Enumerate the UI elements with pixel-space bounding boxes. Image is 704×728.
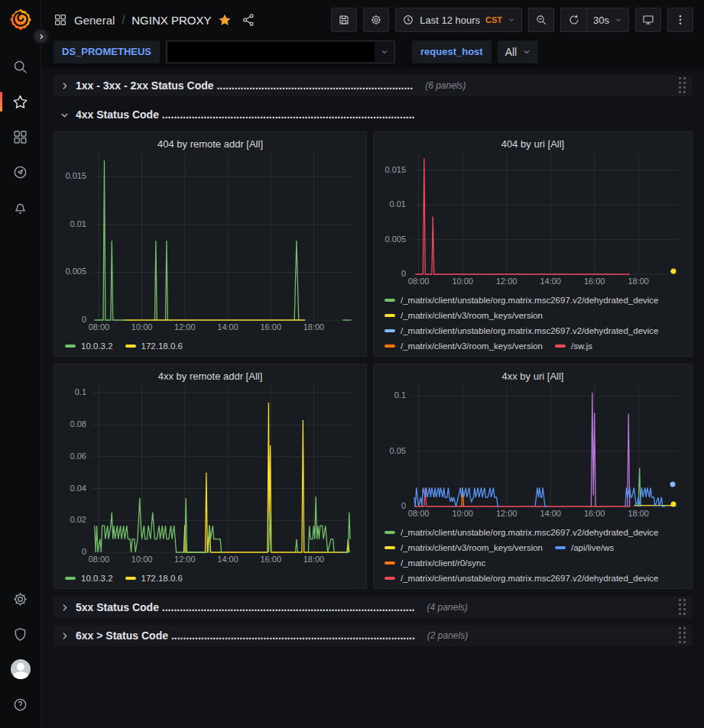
chevron-down-icon — [508, 16, 515, 24]
breadcrumb-dashboard-title[interactable]: NGINX PROXY — [131, 14, 211, 27]
sidebar-item-starred[interactable] — [0, 84, 41, 119]
legend-label: /sw.js — [571, 341, 592, 351]
x-tick-label: 12:00 — [174, 555, 196, 564]
x-tick-label: 18:00 — [628, 509, 649, 518]
x-tick-label: 16:00 — [584, 509, 605, 518]
legend-item[interactable]: /_matrix/client/v3/room_keys/version — [384, 543, 543, 552]
save-dashboard-button[interactable] — [331, 8, 357, 32]
sidebar-expand-button[interactable] — [32, 28, 50, 45]
x-tick-label: 16:00 — [260, 555, 281, 564]
topbar: General / NGINX PROXY L — [41, 0, 704, 40]
y-tick-label: 0 — [82, 547, 86, 556]
row-header-6xx[interactable]: 6xx > Status Code ......................… — [54, 625, 693, 646]
refresh-button[interactable] — [560, 8, 586, 32]
sidebar-item-search[interactable] — [0, 49, 41, 84]
legend-label: /_matrix/client/unstable/org.matrix.msc2… — [401, 574, 659, 583]
sidebar-item-help[interactable] — [0, 687, 41, 722]
legend-swatch — [384, 531, 395, 534]
legend-label: /_matrix/client/unstable/org.matrix.msc2… — [401, 528, 659, 537]
breadcrumb-folder[interactable]: General — [74, 14, 115, 27]
panel-title[interactable]: 4xx by remote addr [All] — [62, 368, 358, 385]
apps-icon[interactable] — [54, 13, 67, 27]
shield-icon — [12, 626, 28, 642]
legend-item[interactable]: /_matrix/client/unstable/org.matrix.msc2… — [384, 528, 659, 537]
grafana-app: General / NGINX PROXY L — [0, 0, 704, 728]
clock-icon — [402, 14, 414, 26]
row-drag-handle[interactable] — [677, 76, 688, 95]
variable-label-ds-prometheus[interactable]: DS_PROMETHEUS — [54, 40, 160, 63]
sidebar-item-explore[interactable] — [0, 154, 41, 189]
y-tick-label: 0.005 — [65, 267, 86, 276]
grafana-logo[interactable] — [9, 8, 32, 31]
avatar — [11, 659, 31, 679]
favorite-star-icon[interactable] — [218, 13, 232, 27]
y-tick-label: 0 — [82, 315, 86, 324]
x-tick-label: 14:00 — [540, 277, 561, 286]
time-range-picker[interactable]: Last 12 hours CST — [395, 8, 522, 32]
legend-item[interactable]: /_matrix/client/r0/sync — [384, 558, 485, 568]
y-tick-label: 0.1 — [75, 387, 86, 396]
legend-item[interactable]: 172.18.0.6 — [125, 574, 183, 583]
y-tick-label: 0 — [401, 501, 406, 510]
question-circle-icon — [12, 697, 28, 713]
sidebar-item-configuration[interactable] — [0, 581, 41, 616]
legend-swatch — [125, 345, 136, 348]
legend-item[interactable]: /_matrix/client/unstable/org.matrix.msc2… — [384, 296, 659, 305]
more-options-button[interactable] — [667, 8, 693, 32]
zoom-out-button[interactable] — [528, 8, 554, 32]
legend-label: /_matrix/client/unstable/org.matrix.msc2… — [401, 326, 659, 335]
legend-item[interactable]: /_matrix/client/v3/room_keys/version — [384, 341, 543, 351]
x-tick-label: 14:00 — [217, 322, 238, 332]
panel-4xx-by-uri: 4xx by uri [All] 00.050.1 08:0010:0012:0… — [373, 364, 693, 589]
legend-item[interactable]: /_matrix/client/unstable/org.matrix.msc2… — [384, 574, 659, 583]
legend-item[interactable]: 10.0.3.2 — [65, 574, 113, 583]
bell-icon — [12, 199, 28, 215]
legend-swatch — [555, 546, 566, 549]
time-series-canvas[interactable] — [412, 385, 678, 506]
legend-label: 172.18.0.6 — [141, 341, 183, 351]
panel-title[interactable]: 404 by remote addr [All] — [62, 136, 358, 153]
variable-dropdown-ds-prometheus[interactable] — [166, 40, 395, 63]
panel-title[interactable]: 404 by uri [All] — [381, 136, 684, 153]
sidebar-item-server-admin[interactable] — [0, 616, 41, 652]
sidebar-item-alerting[interactable] — [0, 189, 41, 225]
x-tick-label: 18:00 — [628, 277, 649, 286]
legend-item[interactable]: /_matrix/client/unstable/org.matrix.msc2… — [384, 326, 659, 335]
legend-swatch — [65, 577, 76, 580]
legend-swatch — [384, 561, 395, 565]
share-icon[interactable] — [242, 13, 255, 27]
variable-label-request-host[interactable]: request_host — [412, 40, 492, 63]
legend-item[interactable]: /api/live/ws — [555, 543, 614, 552]
legend-swatch — [384, 329, 395, 332]
row-header-4xx[interactable]: 4xx Status Code ........................… — [54, 104, 693, 125]
row-drag-handle[interactable] — [677, 597, 688, 617]
legend-swatch — [125, 577, 136, 580]
x-axis-labels: 08:0010:0012:0014:0016:0018:00 — [92, 322, 352, 336]
row-header-1xx-3xx-2xx[interactable]: 1xx - 3xx - 2xx Status Code ............… — [54, 75, 693, 96]
y-axis-labels: 00.050.1 — [381, 385, 412, 506]
time-series-canvas[interactable] — [92, 153, 352, 320]
legend-item[interactable]: 172.18.0.6 — [125, 341, 183, 351]
legend-item[interactable]: /sw.js — [555, 341, 592, 351]
dashboard-settings-button[interactable] — [363, 8, 389, 32]
legend-item[interactable]: 10.0.3.2 — [65, 341, 113, 351]
time-series-canvas[interactable] — [412, 153, 678, 274]
variable-dropdown-request-host[interactable]: All — [498, 40, 539, 63]
legend-item[interactable]: /_matrix/client/v3/room_keys/version — [384, 311, 543, 320]
x-tick-label: 14:00 — [217, 555, 238, 564]
panel-title[interactable]: 4xx by uri [All] — [381, 368, 684, 385]
sidebar-item-profile[interactable] — [0, 652, 41, 687]
row-title: 4xx Status Code — [76, 108, 159, 121]
y-tick-label: 0.015 — [384, 165, 406, 174]
legend-label: /_matrix/client/v3/room_keys/version — [401, 311, 543, 320]
y-tick-label: 0.01 — [70, 219, 86, 228]
chevron-down-icon — [380, 47, 389, 57]
row-header-5xx[interactable]: 5xx Status Code ........................… — [54, 597, 693, 618]
sidebar-item-dashboards[interactable] — [0, 119, 41, 154]
time-series-canvas[interactable] — [92, 385, 352, 552]
refresh-interval-dropdown[interactable]: 30s — [586, 8, 629, 32]
y-tick-label: 0.06 — [70, 451, 86, 461]
y-tick-label: 0.1 — [394, 390, 406, 400]
row-drag-handle[interactable] — [677, 626, 688, 645]
tv-mode-button[interactable] — [635, 8, 661, 32]
